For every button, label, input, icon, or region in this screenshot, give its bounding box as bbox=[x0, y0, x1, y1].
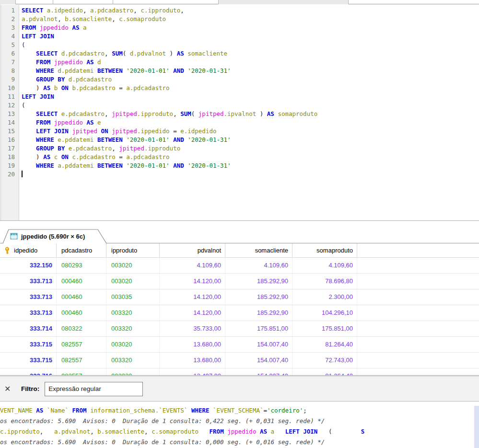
table-row[interactable]: 333.71508255700302013.680,00154.007,4081… bbox=[0, 337, 479, 353]
code-line[interactable]: 1SELECT a.idpedido, a.pdcadastro, c.ippr… bbox=[0, 6, 479, 15]
grid-cell-idpedido[interactable]: 333.716 bbox=[0, 368, 57, 376]
log-scrollbar[interactable] bbox=[474, 406, 479, 448]
grid-cell-pdcadastro[interactable]: 082557 bbox=[57, 353, 106, 368]
code-line[interactable]: 16 WHERE e.pddatemi BETWEEN '2020-01-01'… bbox=[0, 136, 479, 144]
column-header-somaproduto[interactable]: somaproduto bbox=[292, 243, 357, 257]
grid-cell-idpedido[interactable]: 333.715 bbox=[0, 353, 57, 368]
sql-editor[interactable]: 1SELECT a.idpedido, a.pdcadastro, c.ippr… bbox=[0, 5, 479, 221]
code-line[interactable]: 11LEFT JOIN bbox=[0, 92, 479, 101]
grid-cell-pdvalnot[interactable]: 14.120,00 bbox=[160, 289, 225, 305]
grid-cell-pdcadastro[interactable]: 000460 bbox=[57, 289, 106, 305]
filter-input[interactable] bbox=[45, 382, 143, 396]
grid-cell-somaproduto[interactable]: 81.264,40 bbox=[292, 368, 357, 376]
table-row[interactable]: 333.71408032200332035.733,00175.851,0017… bbox=[0, 321, 479, 337]
table-row[interactable]: 333.71508255700332013.680,00154.007,4072… bbox=[0, 353, 479, 368]
grid-cell-pdvalnot[interactable]: 14.120,00 bbox=[160, 305, 225, 321]
table-row[interactable]: 333.71608255700302013.497,00154.007,4081… bbox=[0, 368, 479, 376]
grid-cell-idpedido[interactable]: 333.715 bbox=[0, 337, 57, 352]
sql-token: .ippedido bbox=[137, 127, 170, 135]
grid-cell-somaproduto[interactable]: 175.851,00 bbox=[292, 321, 357, 336]
code-line[interactable]: 15 LEFT JOIN jpitped ON jpitped.ippedido… bbox=[0, 127, 479, 136]
grid-cell-pdvalnot[interactable]: 14.120,00 bbox=[160, 274, 225, 289]
grid-rows-viewport[interactable]: 332.1500802930030204.109,604.109,604.109… bbox=[0, 258, 479, 376]
code-line[interactable]: 9 GROUP BY d.pdcadastro bbox=[0, 75, 479, 84]
code-line[interactable]: 5( bbox=[0, 41, 479, 49]
code-line[interactable]: 6 SELECT d.pdcadastro, SUM( d.pdvalnot )… bbox=[0, 49, 479, 58]
table-row[interactable]: 333.71300046000303514.120,00185.292,902.… bbox=[0, 289, 479, 305]
grid-cell-ipproduto[interactable]: 003035 bbox=[106, 289, 160, 305]
code-line[interactable]: 13 SELECT e.pdcadastro, jpitped.ipprodut… bbox=[0, 110, 479, 118]
code-line[interactable]: 8 WHERE d.pddatemi BETWEEN '2020-01-01' … bbox=[0, 67, 479, 75]
sql-token: , bbox=[173, 110, 180, 117]
code-line[interactable]: 7 FROM jppedido AS d bbox=[0, 58, 479, 67]
code-line[interactable]: 14 FROM jppedido AS e bbox=[0, 118, 479, 127]
line-number: 16 bbox=[0, 136, 19, 144]
close-filter-icon[interactable]: ✕ bbox=[4, 385, 13, 393]
grid-cell-somaproduto[interactable]: 104.296,10 bbox=[292, 305, 357, 321]
grid-cell-ipproduto[interactable]: 003320 bbox=[106, 353, 160, 368]
code-line[interactable]: 3FROM jppedido AS a bbox=[0, 23, 479, 32]
grid-cell-pdcadastro[interactable]: 000460 bbox=[57, 274, 106, 289]
grid-cell-somacliente[interactable]: 4.109,60 bbox=[225, 258, 292, 273]
grid-cell-idpedido[interactable]: 333.713 bbox=[0, 274, 57, 289]
grid-cell-somaproduto[interactable]: 4.109,60 bbox=[292, 258, 357, 273]
column-header-idpedido[interactable]: idpedido bbox=[0, 243, 57, 257]
column-header-pdvalnot[interactable]: pdvalnot bbox=[160, 243, 225, 257]
grid-cell-pdvalnot[interactable]: 4.109,60 bbox=[160, 258, 225, 273]
code-line[interactable]: 19 WHERE a.pddatemi BETWEEN '2020-01-01'… bbox=[0, 161, 479, 170]
sql-code-area[interactable]: 1SELECT a.idpedido, a.pdcadastro, c.ippr… bbox=[0, 6, 479, 179]
grid-cell-pdvalnot[interactable]: 13.680,00 bbox=[160, 353, 225, 368]
grid-cell-pdcadastro[interactable]: 080322 bbox=[57, 321, 106, 336]
code-line[interactable]: 18 ) AS c ON c.pdcadastro = a.pdcadastro bbox=[0, 153, 479, 161]
grid-cell-somaproduto[interactable]: 78.696,80 bbox=[292, 274, 357, 289]
column-header-somacliente[interactable]: somacliente bbox=[225, 243, 292, 257]
grid-cell-somaproduto[interactable]: 72.743,00 bbox=[292, 353, 357, 368]
code-text: WHERE d.pddatemi BETWEEN '2020-01-01' AN… bbox=[19, 67, 231, 75]
code-line[interactable]: 12( bbox=[0, 101, 479, 110]
column-header-ipproduto[interactable]: ipproduto bbox=[106, 243, 160, 257]
grid-cell-somacliente[interactable]: 185.292,90 bbox=[225, 289, 292, 305]
grid-cell-pdcadastro[interactable]: 000460 bbox=[57, 305, 106, 321]
sql-token: AS bbox=[36, 407, 43, 414]
grid-cell-somacliente[interactable]: 185.292,90 bbox=[225, 274, 292, 289]
code-line[interactable]: 4LEFT JOIN bbox=[0, 32, 479, 41]
grid-cell-ipproduto[interactable]: 003320 bbox=[106, 305, 160, 321]
grid-cell-idpedido[interactable]: 333.713 bbox=[0, 289, 57, 305]
grid-cell-ipproduto[interactable]: 003320 bbox=[106, 321, 160, 336]
grid-cell-idpedido[interactable]: 333.714 bbox=[0, 321, 57, 336]
grid-cell-ipproduto[interactable]: 003020 bbox=[106, 337, 160, 352]
log-line: os encontrados: 5.690 Avisos: 0 Duração … bbox=[0, 416, 479, 426]
grid-cell-pdvalnot[interactable]: 13.680,00 bbox=[160, 337, 225, 352]
code-line[interactable]: 20 bbox=[0, 170, 479, 179]
grid-cell-somacliente[interactable]: 185.292,90 bbox=[225, 305, 292, 321]
grid-cell-somacliente[interactable]: 154.007,40 bbox=[225, 337, 292, 352]
sql-token bbox=[170, 162, 174, 169]
table-row[interactable]: 333.71300046000332014.120,00185.292,9010… bbox=[0, 305, 479, 321]
grid-cell-pdvalnot[interactable]: 35.733,00 bbox=[160, 321, 225, 336]
grid-cell-ipproduto[interactable]: 003020 bbox=[106, 258, 160, 273]
sql-token: , bbox=[90, 428, 97, 435]
grid-cell-ipproduto[interactable]: 003020 bbox=[106, 368, 160, 376]
grid-cell-pdcadastro[interactable]: 082557 bbox=[57, 337, 106, 352]
grid-cell-ipproduto[interactable]: 003020 bbox=[106, 274, 160, 289]
grid-cell-pdcadastro[interactable]: 080293 bbox=[57, 258, 106, 273]
code-line[interactable]: 17 GROUP BY e.pdcadastro, jpitped.ipprod… bbox=[0, 144, 479, 153]
column-header-pdcadastro[interactable]: pdcadastro bbox=[57, 243, 106, 257]
code-line[interactable]: 2a.pdvalnot, b.somacliente, c.somaprodut… bbox=[0, 15, 479, 23]
table-row[interactable]: 332.1500802930030204.109,604.109,604.109… bbox=[0, 258, 479, 274]
grid-cell-somacliente[interactable]: 175.851,00 bbox=[225, 321, 292, 336]
grid-cell-somacliente[interactable]: 154.007,40 bbox=[225, 353, 292, 368]
code-text: SELECT e.pdcadastro, jpitped.ipproduto, … bbox=[19, 110, 317, 118]
grid-cell-pdcadastro[interactable]: 082557 bbox=[57, 368, 106, 376]
sql-token: '2020-01-01' bbox=[126, 162, 169, 169]
table-row[interactable]: 333.71300046000302014.120,00185.292,9078… bbox=[0, 274, 479, 289]
grid-cell-somaproduto[interactable]: 81.264,40 bbox=[292, 337, 357, 352]
code-text bbox=[19, 170, 23, 179]
result-tab-jppedido[interactable]: jppedido (5.690r × 6c) bbox=[2, 229, 107, 243]
grid-cell-somacliente[interactable]: 154.007,40 bbox=[225, 368, 292, 376]
grid-cell-somaproduto[interactable]: 2.300,00 bbox=[292, 289, 357, 305]
grid-cell-idpedido[interactable]: 333.713 bbox=[0, 305, 57, 321]
grid-cell-idpedido[interactable]: 332.150 bbox=[0, 258, 57, 273]
code-line[interactable]: 10 ) AS b ON b.pdcadastro = a.pdcadastro bbox=[0, 84, 479, 92]
grid-cell-pdvalnot[interactable]: 13.497,00 bbox=[160, 368, 225, 376]
